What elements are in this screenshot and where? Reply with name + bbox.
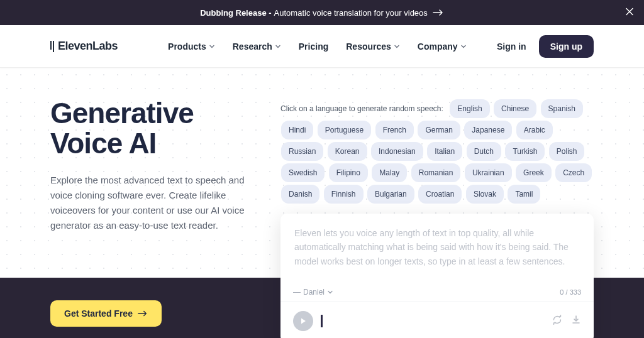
signin-link[interactable]: Sign in [497,41,526,52]
nav-item-resources[interactable]: Resources [346,41,400,52]
lang-chip-russian[interactable]: Russian [281,142,323,161]
brand-logo[interactable]: ElevenLabs [50,40,118,53]
hero-description: Explore the most advanced text to speech… [50,173,258,233]
lang-chip-croatian[interactable]: Croatian [418,185,462,204]
nav-item-pricing[interactable]: Pricing [299,41,328,52]
top-nav: ElevenLabs ProductsResearchPricingResour… [0,25,644,68]
nav-item-label: Research [233,41,272,52]
nav-menu: ProductsResearchPricingResourcesCompany [168,41,467,52]
nav-item-label: Pricing [299,41,328,52]
lang-chip-spanish[interactable]: Spanish [541,99,583,118]
lang-chip-malay[interactable]: Malay [372,163,407,182]
lang-chip-polish[interactable]: Polish [549,142,585,161]
refresh-icon[interactable] [552,315,562,327]
nav-item-label: Company [418,41,458,52]
lang-chip-greek[interactable]: Greek [516,163,552,182]
lang-chip-german[interactable]: German [418,121,460,139]
lang-chip-japanese[interactable]: Japanese [464,121,512,139]
lang-chip-indonesian[interactable]: Indonesian [371,142,423,161]
lang-chip-romanian[interactable]: Romanian [411,163,461,182]
play-button[interactable] [293,311,313,331]
chevron-down-icon [394,43,400,50]
arrow-right-icon [138,310,148,317]
arrow-right-icon[interactable] [433,9,444,16]
nav-item-products[interactable]: Products [168,41,215,52]
lang-chip-bulgarian[interactable]: Bulgarian [367,185,414,204]
logo-bars-icon [50,41,54,52]
chevron-down-icon [275,43,281,50]
voice-prefix: — [293,288,301,297]
lang-chip-dutch[interactable]: Dutch [467,142,501,161]
get-started-button[interactable]: Get Started Free [50,300,162,327]
banner-text: Automatic voice translation for your vid… [274,8,428,18]
lang-chip-swedish[interactable]: Swedish [281,163,325,182]
signup-button[interactable]: Sign up [539,35,594,58]
chevron-down-icon [209,43,215,50]
hero-title: Generative Voice AI [50,98,258,159]
lang-chip-chinese[interactable]: Chinese [494,99,536,118]
close-icon[interactable] [625,8,634,18]
lang-chip-french[interactable]: French [375,121,414,139]
lang-chip-italian[interactable]: Italian [427,142,462,161]
hero-title-line1: Generative [50,97,194,129]
lang-chip-ukrainian[interactable]: Ukrainian [465,163,512,182]
voice-name: Daniel [303,288,325,297]
lang-chip-finnish[interactable]: Finnish [324,185,364,204]
lang-chip-korean[interactable]: Korean [328,142,367,161]
tts-textarea[interactable]: Eleven lets you voice any length of text… [280,214,594,283]
chevron-down-icon [327,289,333,295]
lang-chip-turkish[interactable]: Turkish [505,142,545,161]
nav-item-label: Products [168,41,206,52]
char-count: 0 / 333 [560,288,581,296]
tts-card: Eleven lets you voice any length of text… [280,214,594,338]
language-label: Click on a language to generate random s… [280,104,443,113]
lang-chip-english[interactable]: English [450,99,489,118]
brand-name: ElevenLabs [58,40,118,53]
announcement-banner: Dubbing Release - Automatic voice transl… [0,0,644,25]
lang-chip-slovak[interactable]: Slovak [466,185,504,204]
lang-chip-czech[interactable]: Czech [555,163,592,182]
waveform-icon [321,315,323,327]
cta-label: Get Started Free [64,308,133,319]
download-icon[interactable] [571,315,581,327]
hero-title-line2: Voice AI [50,127,156,160]
banner-bold: Dubbing Release - [200,8,271,18]
lang-chip-tamil[interactable]: Tamil [508,185,540,204]
nav-item-research[interactable]: Research [233,41,281,52]
lang-chip-hindi[interactable]: Hindi [281,121,313,139]
lang-chip-arabic[interactable]: Arabic [516,121,553,139]
lang-chip-danish[interactable]: Danish [281,185,319,204]
language-picker: Click on a language to generate random s… [280,98,594,205]
nav-item-company[interactable]: Company [418,41,467,52]
voice-selector[interactable]: — Daniel [293,288,333,297]
lang-chip-filipino[interactable]: Filipino [329,163,368,182]
nav-item-label: Resources [346,41,391,52]
lang-chip-portuguese[interactable]: Portuguese [318,121,371,139]
chevron-down-icon [460,43,467,50]
